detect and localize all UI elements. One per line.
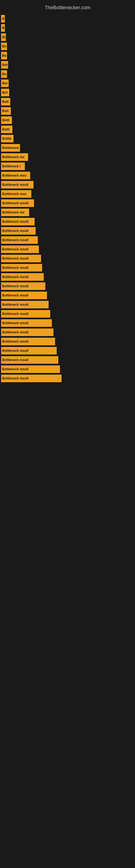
- bar-label-text: Bottleneck result: [2, 238, 28, 242]
- bar-row: Bo: [0, 52, 135, 59]
- bar-row: Bo: [0, 33, 135, 41]
- bar-row: Bottleneck result: [0, 347, 135, 354]
- bar-row: Bottleneck result: [0, 227, 135, 235]
- site-title: TheBottlenecker.com: [0, 3, 135, 15]
- bar-label: Bottleneck result: [1, 264, 42, 272]
- bar-row: Bottleneck result: [0, 273, 135, 281]
- bar-label-text: Bott: [2, 100, 9, 104]
- bar-label-text: Bottleneck res: [2, 155, 25, 159]
- bar-label: Bottleneck result: [1, 347, 57, 354]
- bar-row: B: [0, 24, 135, 32]
- bar-row: Bottleneck result: [0, 375, 135, 382]
- bar-label: Bottleneck res: [1, 209, 29, 216]
- bar-label-text: Bottleneck res: [2, 211, 25, 214]
- bar-label-text: Bo: [2, 44, 6, 48]
- bar-row: Bottl: [0, 116, 135, 124]
- bar-row: Bottleneck result: [0, 264, 135, 272]
- bar-row: Bottleneck result: [0, 319, 135, 327]
- bar-label: Bottleneck result: [1, 310, 50, 318]
- bar-row: Bo: [0, 70, 135, 78]
- bar-label: Bottleneck result: [1, 199, 34, 207]
- bar-label-text: Bottle: [2, 137, 11, 141]
- bar-row: Bot: [0, 80, 135, 87]
- bar-row: Bottleneck result: [0, 365, 135, 373]
- bar-row: Bottleneck result: [0, 199, 135, 207]
- bar-label-text: Bot: [2, 82, 8, 85]
- bar-label-text: Bottleneck result: [2, 220, 28, 223]
- bar-label-text: B: [2, 17, 5, 21]
- bar-label: Bottleneck result: [1, 329, 53, 336]
- bar-row: Bottleneck result: [0, 181, 135, 188]
- bar-label: Bo: [1, 33, 6, 41]
- bar-label-text: Bottleneck result: [2, 201, 28, 205]
- bar-label: Bottleneck: [1, 144, 20, 152]
- bar-row: Bottleneck res: [0, 153, 135, 161]
- bar-row: Bottleneck resu: [0, 172, 135, 179]
- bar-label-text: Bottleneck r: [2, 164, 21, 168]
- bar-label-text: Bottleneck result: [2, 183, 28, 187]
- page-wrapper: TheBottlenecker.com BBBoBoBoBotBoBotBotB…: [0, 0, 135, 868]
- bar-label-text: Bottleneck result: [2, 330, 28, 334]
- bar-label-text: Bottleneck result: [2, 340, 28, 343]
- bar-label-text: Bottleneck result: [2, 358, 28, 362]
- bar-label: Bottleneck result: [1, 301, 49, 308]
- bar-row: Bottleneck result: [0, 236, 135, 244]
- bar-row: Bottleneck result: [0, 218, 135, 225]
- bar-row: Bot: [0, 89, 135, 96]
- bar-label-text: Bottleneck result: [2, 284, 28, 288]
- bar-label: Bot: [1, 80, 9, 87]
- bar-label: Bottleneck result: [1, 282, 45, 290]
- bar-row: Bottleneck resu: [0, 190, 135, 198]
- bar-label: Bott: [1, 107, 11, 115]
- bar-label: Bottleneck result: [1, 375, 61, 382]
- bar-label-text: Bo: [2, 54, 6, 58]
- bar-label: Bottleneck resu: [1, 190, 31, 198]
- bar-label: Bottleneck result: [1, 255, 41, 262]
- bar-label: Bottleneck result: [1, 181, 34, 188]
- bar-label: Bott: [1, 98, 10, 105]
- bar-label: Bottle: [1, 135, 13, 143]
- bar-row: B: [0, 15, 135, 23]
- bar-label: Bo: [1, 52, 7, 59]
- bar-label: Bo: [1, 70, 7, 78]
- bar-label: Bottleneck r: [1, 162, 25, 170]
- bar-row: Bottleneck result: [0, 301, 135, 308]
- bar-label: Bottleneck result: [1, 319, 52, 327]
- bar-label: Bottleneck result: [1, 338, 55, 345]
- bar-label: Bottleneck result: [1, 356, 58, 364]
- bar-row: Bottleneck: [0, 144, 135, 152]
- bar-label-text: Bottleneck result: [2, 321, 28, 325]
- bar-label: Bo: [1, 42, 7, 50]
- bar-row: Bot: [0, 61, 135, 69]
- bar-row: Bottle: [0, 135, 135, 143]
- bar-row: Bottleneck result: [0, 310, 135, 318]
- bar-row: Bottleneck res: [0, 209, 135, 216]
- bar-label-text: Bottleneck result: [2, 349, 28, 352]
- bar-label: Bot: [1, 61, 8, 69]
- bar-label: Bottleneck result: [1, 246, 39, 253]
- bar-label-text: Bottleneck result: [2, 266, 28, 270]
- bar-label-text: Bottleneck result: [2, 229, 28, 233]
- bar-label: Bottleneck result: [1, 236, 38, 244]
- bar-row: Bottleneck result: [0, 255, 135, 262]
- bar-label: Bottleneck result: [1, 273, 44, 281]
- bar-label-text: Bott: [2, 109, 9, 113]
- bar-label: Bot: [1, 89, 9, 96]
- bar-label-text: Bottleneck result: [2, 293, 28, 297]
- bar-row: Bottl: [0, 126, 135, 133]
- bar-label-text: Bottleneck result: [2, 275, 28, 279]
- bar-label: Bottleneck result: [1, 291, 47, 299]
- bar-label: Bottleneck result: [1, 365, 60, 373]
- bar-label-text: Bottleneck result: [2, 303, 28, 307]
- bar-label: Bottl: [1, 126, 12, 133]
- bar-label: Bottl: [1, 116, 12, 124]
- bar-row: Bottleneck result: [0, 246, 135, 253]
- bar-label: B: [1, 24, 5, 32]
- bar-label-text: Bottl: [2, 118, 9, 122]
- bar-row: Bottleneck result: [0, 338, 135, 345]
- bar-label-text: Bottl: [2, 127, 9, 131]
- bar-row: Bottleneck result: [0, 329, 135, 336]
- bar-label-text: Bottleneck result: [2, 376, 28, 380]
- bar-label: Bottleneck res: [1, 153, 28, 161]
- bar-label-text: Bot: [2, 63, 8, 67]
